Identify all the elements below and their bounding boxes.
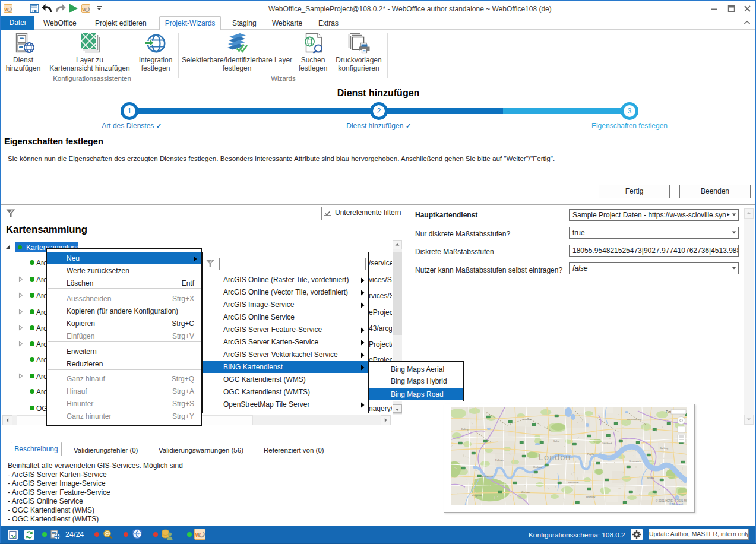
- svg-text:Kingston: Kingston: [472, 494, 482, 497]
- svg-text:Bromley: Bromley: [586, 495, 596, 498]
- svg-text:Bexley: Bexley: [647, 476, 654, 479]
- svg-text:Peckham: Peckham: [568, 481, 579, 484]
- svg-text:Ealing: Ealing: [461, 428, 469, 431]
- svg-text:Camden: Camden: [522, 418, 532, 421]
- svg-text:© 2021 HERE, © 2021 Microsoft: © 2021 HERE, © 2021 Microsoft: [656, 499, 687, 502]
- svg-text:Stratford: Stratford: [602, 442, 612, 445]
- svg-text:Soho: Soho: [553, 439, 559, 442]
- svg-text:Mitcham: Mitcham: [521, 491, 530, 494]
- svg-text:Poplar: Poplar: [587, 453, 595, 456]
- svg-text:Richmond: Richmond: [482, 475, 494, 478]
- svg-text:London: London: [539, 453, 571, 462]
- svg-text:Chelsea: Chelsea: [533, 466, 542, 469]
- svg-text:© Microsoft: © Microsoft: [669, 502, 684, 506]
- svg-text:Greenwich: Greenwich: [629, 460, 641, 463]
- svg-text:Barking: Barking: [660, 447, 669, 450]
- svg-text:Fulham: Fulham: [495, 458, 504, 461]
- svg-text:Walthamstow: Walthamstow: [627, 418, 642, 421]
